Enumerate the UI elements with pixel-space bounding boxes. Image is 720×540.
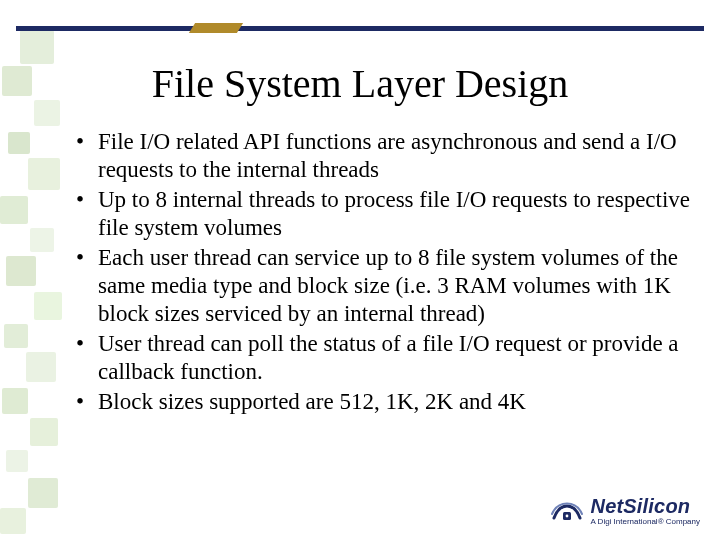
svg-point-1 xyxy=(566,515,569,518)
slide-title: File System Layer Design xyxy=(0,60,720,107)
bullet-item: Block sizes supported are 512, 1K, 2K an… xyxy=(72,388,692,416)
footer-tagline: A Digi International® Company xyxy=(590,518,700,526)
bullet-list: File I/O related API functions are async… xyxy=(72,128,692,416)
footer-wordmark: NetSilicon A Digi International® Company xyxy=(590,496,700,526)
bullet-item: File I/O related API functions are async… xyxy=(72,128,692,184)
top-divider-rule xyxy=(16,22,704,32)
divider-accent xyxy=(189,23,243,33)
divider-line xyxy=(16,26,704,31)
bullet-item: Up to 8 internal threads to process file… xyxy=(72,186,692,242)
footer-logo: NetSilicon A Digi International® Company xyxy=(550,496,700,526)
footer-brand-text: NetSilicon xyxy=(590,496,700,516)
bullet-item: Each user thread can service up to 8 fil… xyxy=(72,244,692,328)
netsilicon-logomark-icon xyxy=(550,498,584,524)
slide-body: File I/O related API functions are async… xyxy=(72,128,692,418)
bullet-item: User thread can poll the status of a fil… xyxy=(72,330,692,386)
